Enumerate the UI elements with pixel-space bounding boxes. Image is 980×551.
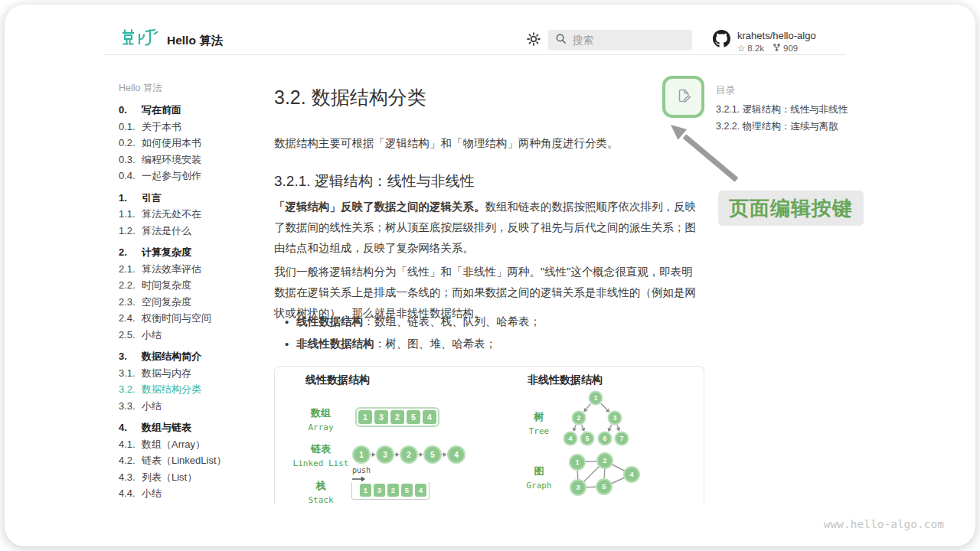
cell-value: 4 [415,484,426,497]
array-graphic: 13254 [355,407,439,427]
stack-graphic: 13254 [351,482,430,500]
label-tree: 树 Tree [512,410,566,436]
sidebar-title: Hello 算法 [119,82,260,95]
pop-arrow-icon [352,502,366,504]
fork-icon [773,43,781,54]
svg-text:2: 2 [577,414,580,422]
search-icon [555,33,567,47]
sidebar-item-24[interactable]: 2.4.权衡时间与空间 [119,310,260,327]
sidebar-item-22[interactable]: 2.2.时间复杂度 [119,277,260,294]
paragraph-logical-structure: 「逻辑结构」反映了数据之间的逻辑关系。数组和链表的数据按照顺序依次排列，反映了数… [274,197,697,259]
annotation-label: 页面编辑按键 [718,191,864,226]
sidebar-nav: Hello 算法 0.写在前面0.1.关于本书0.2.如何使用本书0.3.编程环… [119,82,260,502]
annotation-arrow [657,116,749,189]
sidebar-item-04[interactable]: 0.4.一起参与创作 [119,168,260,184]
svg-text:3: 3 [576,484,580,491]
cell-value: 5 [407,410,420,424]
figure-linear-title: 线性数据结构 [305,373,370,387]
svg-text:5: 5 [430,451,435,459]
search-input[interactable]: 搜索 [548,30,692,51]
tree-graphic: 1234567 [560,388,632,454]
push-label: push [352,466,371,474]
header-divider [103,54,846,55]
svg-text:6: 6 [603,435,606,442]
sidebar-item-12[interactable]: 1.2.算法是什么 [119,223,260,240]
linked-list-graphic: 13254 [351,445,466,468]
site-title: Hello 算法 [167,33,223,49]
svg-text:1: 1 [593,394,597,402]
sidebar-item-31[interactable]: 3.1.数据与内存 [119,365,260,382]
svg-text:1: 1 [575,458,579,466]
sidebar-item-42[interactable]: 4.2.链表（LinkedList） [119,452,260,469]
repo-name: krahets/hello-algo [737,30,816,42]
page-edit-button[interactable] [662,76,704,118]
sidebar-section-4[interactable]: 4.数组与链表 [119,419,260,436]
sidebar-item-41[interactable]: 4.1.数组（Array） [119,436,260,453]
brightness-icon [527,37,541,48]
sidebar-section-3[interactable]: 3.数据结构简介 [119,348,260,365]
fork-count: 909 [783,44,798,53]
cell-value: 3 [374,410,388,424]
cell-value: 1 [360,484,371,497]
site-url: www.hello-algo.com [0,518,944,530]
svg-text:5: 5 [602,483,606,491]
svg-text:7: 7 [619,435,623,442]
sidebar-item-33[interactable]: 3.3.小结 [119,398,260,415]
figure-nonlinear-title: 非线性数据结构 [528,373,603,387]
cell-value: 2 [387,484,399,497]
bullet-item-1: 线性数据结构：数组、链表、栈、队列、哈希表； [285,316,541,328]
cell-value: 4 [423,410,436,424]
svg-text:3: 3 [612,414,616,422]
sidebar-item-03[interactable]: 0.3.编程环境安装 [119,152,260,168]
svg-text:4: 4 [629,471,633,478]
sidebar-item-01[interactable]: 0.1.关于本书 [119,119,260,135]
paragraph-linear-nonlinear: 我们一般将逻辑结构分为「线性」和「非线性」两种。"线性"这个概念很直观，即表明数… [274,262,697,324]
sidebar-section-2[interactable]: 2.计算复杂度 [119,244,260,261]
label-graph: 图 Graph [512,465,566,491]
sidebar-item-25[interactable]: 2.5.小结 [119,327,260,344]
github-repo-link[interactable]: krahets/hello-algo ☆ 8.2k 909 [713,30,816,54]
toc-title: 目录 [716,84,735,97]
github-icon [713,30,730,54]
svg-text:2: 2 [603,457,606,465]
search-placeholder: 搜索 [573,34,593,47]
bullet-item-2: 非线性数据结构：树、图、堆、哈希表； [285,338,541,350]
sidebar-item-32[interactable]: 3.2.数据结构分类 [119,381,260,398]
cell-value: 3 [374,484,385,497]
svg-text:5: 5 [585,435,589,442]
intro-paragraph: 数据结构主要可根据「逻辑结构」和「物理结构」两种角度进行分类。 [274,133,697,153]
sidebar-item-44[interactable]: 4.4.小结 [119,485,260,502]
label-stack: 栈 Stack [286,479,355,504]
sidebar-item-11[interactable]: 1.1.算法无处不在 [119,206,260,223]
graph-graphic: 12345 [564,449,645,501]
sidebar-item-43[interactable]: 4.3.列表（List） [119,469,260,486]
repo-stats: ☆ 8.2k 909 [737,43,816,54]
bullet-list: 线性数据结构：数组、链表、栈、队列、哈希表；非线性数据结构：树、图、堆、哈希表； [285,316,541,360]
svg-text:2: 2 [407,451,411,459]
sidebar-item-02[interactable]: 0.2.如何使用本书 [119,135,260,152]
hello-algo-logo[interactable] [121,28,158,49]
label-linked-list: 链表 Linked List [286,442,355,468]
figure-data-structure-classification: 线性数据结构 非线性数据结构 数组 Array 13254 链表 Linked … [274,366,704,504]
svg-text:1: 1 [359,451,364,459]
page-title: 3.2. 数据结构分类 [274,85,426,110]
edit-page-icon [675,87,692,106]
toc-item-1[interactable]: 3.2.1. 逻辑结构：线性与非线性 [716,101,848,118]
theme-toggle-button[interactable] [526,32,541,47]
cell-value: 2 [390,410,404,424]
sidebar-section-1[interactable]: 1.引言 [119,190,260,207]
svg-text:4: 4 [454,451,459,459]
sidebar-section-0[interactable]: 0.写在前面 [119,102,260,119]
svg-text:3: 3 [383,451,387,459]
star-count: 8.2k [747,44,764,53]
star-icon: ☆ [737,43,745,54]
cell-value: 5 [401,484,413,497]
sidebar-item-23[interactable]: 2.3.空间复杂度 [119,294,260,311]
label-array: 数组 Array [286,406,355,432]
section-heading: 3.2.1. 逻辑结构：线性与非线性 [274,171,475,191]
svg-text:4: 4 [568,435,572,442]
cell-value: 1 [358,410,372,424]
sidebar-item-21[interactable]: 2.1.算法效率评估 [119,261,260,278]
